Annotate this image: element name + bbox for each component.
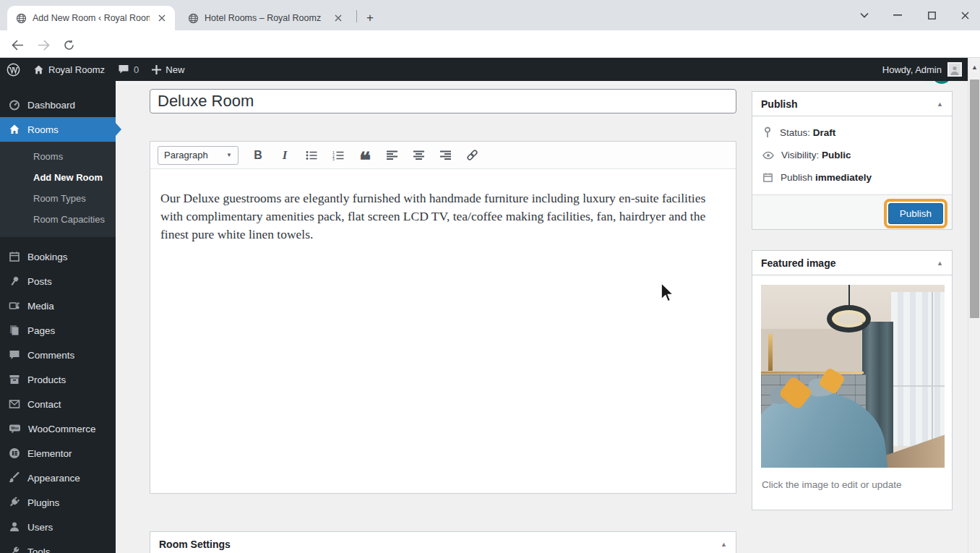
sidebar-item-users[interactable]: Users [0,515,116,539]
sidebar-item-label: Comments [27,350,74,361]
content-editor: Paragraph ▼ B I 123 ❝ [150,141,736,494]
eye-icon [762,151,774,160]
featured-image-caption[interactable]: Click the image to edit or update [762,479,902,490]
sidebar-item-label: Pages [27,325,55,336]
admin-bar-site-link[interactable]: Royal Roomz [27,58,111,81]
bold-button[interactable]: B [251,147,265,164]
sidebar-item-dashboard[interactable]: Dashboard [0,93,116,117]
sidebar-item-pages[interactable]: Pages [0,318,116,343]
sidebar-item-media[interactable]: Media [0,293,116,318]
globe-favicon-icon [188,13,199,24]
sidebar-item-plugins[interactable]: Plugins [0,490,116,515]
tab-close-icon[interactable] [332,12,344,25]
tab-search-chevron-icon[interactable] [854,6,875,25]
sidebar-item-label: WooCommerce [28,424,96,434]
new-tab-button[interactable]: + [362,10,378,26]
photo-wall-lamp [768,334,773,371]
numbered-list-button[interactable]: 123 [331,147,345,164]
align-right-button[interactable] [438,147,452,164]
calendar-icon [762,172,773,183]
photo-gold-trim [761,372,864,374]
product-box-icon [9,374,20,385]
align-center-button[interactable] [411,147,426,164]
post-title-input[interactable] [150,89,736,113]
reload-button[interactable] [60,36,77,53]
room-settings-title: Room Settings [159,539,231,550]
tab-close-icon[interactable] [155,12,168,25]
sidebar-item-label: Appearance [27,473,80,484]
collapse-arrow-icon[interactable]: ▲ [937,260,943,267]
sidebar-item-rooms[interactable]: Rooms [0,117,116,142]
schedule-value: immediately [815,172,872,183]
sidebar-item-elementor[interactable]: Elementor [0,441,116,466]
media-icon [9,300,20,312]
plug-icon [9,497,20,508]
featured-image-title: Featured image [761,257,835,269]
sidebar-item-woocommerce[interactable]: Woo WooCommerce [0,416,116,441]
photo-lamp-cord [848,285,850,305]
howdy-admin[interactable]: Howdy, Admin [882,64,942,75]
sidebar-item-label: Plugins [27,497,59,508]
room-settings-header[interactable]: Room Settings ▲ [150,532,736,553]
bullet-list-button[interactable] [304,147,319,164]
sidebar-item-contact[interactable]: Contact [0,392,116,416]
admin-avatar[interactable] [947,62,962,77]
editor-toolbar: Paragraph ▼ B I 123 ❝ [150,142,736,169]
mouse-cursor [659,282,675,304]
publish-panel-header[interactable]: Publish ▲ [752,92,952,116]
window-close-button[interactable] [954,6,976,25]
admin-bar-comments[interactable]: 0 [111,58,145,81]
publish-panel-footer: Publish [752,194,952,229]
submenu-item-rooms[interactable]: Rooms [0,146,116,167]
sidebar-item-appearance[interactable]: Appearance [0,466,116,490]
sidebar-item-label: Users [27,522,53,533]
sidebar-item-posts[interactable]: Posts [0,269,116,293]
tab-hotel-rooms[interactable]: Hotel Rooms – Royal Roomz [179,6,351,30]
editor-body[interactable]: Our Deluxe guestrooms are elegantly furn… [150,169,721,264]
sidebar-item-tools[interactable]: Tools [0,539,116,553]
collapse-arrow-icon[interactable]: ▲ [937,100,943,108]
browser-window: Add New Room ‹ Royal Roomz – Hotel Rooms… [0,0,980,553]
admin-bar-new[interactable]: New [145,58,191,81]
featured-image-header[interactable]: Featured image ▲ [752,251,952,275]
photo-window-sheer [891,292,945,446]
page-scrollbar[interactable]: ▲ [968,58,980,553]
site-name: Royal Roomz [48,64,105,75]
wrench-icon [9,546,20,553]
tab-divider [356,10,357,22]
pushpin-icon [9,275,20,287]
sidebar-item-bookings[interactable]: Bookings [0,244,116,269]
submenu-item-add-new-room[interactable]: Add New Room [0,167,116,188]
plus-icon [152,65,161,74]
window-minimize-button[interactable] [887,6,908,25]
status-row: Status: Draft [752,121,952,144]
blockquote-button[interactable]: ❝ [358,147,372,164]
submenu-item-room-types[interactable]: Room Types [0,188,116,209]
insert-link-button[interactable] [465,147,479,164]
wp-logo-icon[interactable] [0,58,27,81]
window-maximize-button[interactable] [921,6,942,25]
sidebar-item-comments[interactable]: Comments [0,343,116,367]
comment-bubble-icon [9,349,20,361]
align-left-button[interactable] [384,147,399,164]
forward-button[interactable] [35,36,52,53]
submenu-item-room-capacities[interactable]: Room Capacities [0,209,116,230]
comments-bubble-icon [118,64,129,74]
sidebar-item-products[interactable]: Products [0,367,116,392]
scrollbar-thumb[interactable] [970,80,979,318]
align-center-icon [413,150,424,160]
globe-favicon-icon [16,13,27,24]
collapse-arrow-icon[interactable]: ▲ [721,541,727,548]
featured-image[interactable] [761,285,945,468]
publish-panel: Publish ▲ Status: Draft Visibility: Publ… [752,91,953,230]
scrollbar-up-arrow-icon[interactable]: ▲ [968,64,980,71]
italic-button[interactable]: I [278,147,292,164]
schedule-row: Publish immediately [752,166,952,189]
photo-window-frame [932,292,933,446]
publish-button[interactable]: Publish [888,203,943,224]
tab-add-new-room[interactable]: Add New Room ‹ Royal Roomz – [7,6,175,30]
status-label: Status: [780,127,810,138]
back-button[interactable] [9,36,26,53]
paragraph-format-dropdown[interactable]: Paragraph ▼ [158,146,238,165]
paragraph-format-value: Paragraph [164,150,208,160]
